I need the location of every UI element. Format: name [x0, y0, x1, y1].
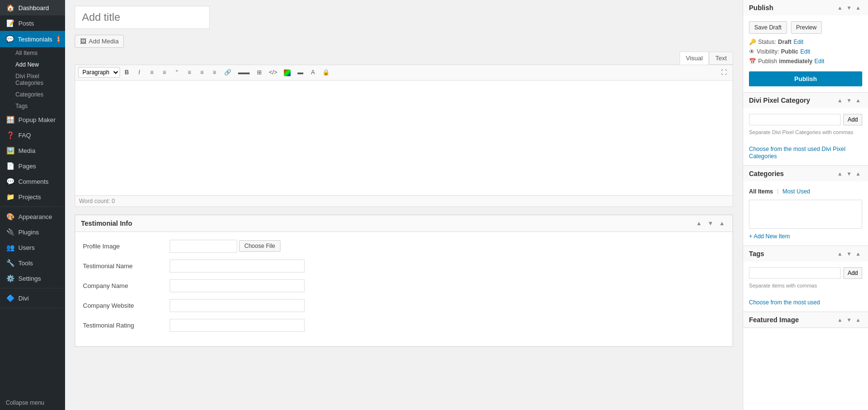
text-color-button[interactable]: A: [307, 67, 319, 78]
editor-body[interactable]: [75, 80, 733, 196]
dpc-add-button[interactable]: Add: [843, 114, 862, 125]
meta-box-close[interactable]: ▲: [717, 219, 727, 228]
sidebar-item-label: Comments: [18, 178, 49, 185]
appearance-icon: 🎨: [6, 213, 14, 220]
cat-tab-most-used[interactable]: Most Used: [782, 187, 810, 196]
sidebar-item-tools[interactable]: 🔧 Tools: [0, 255, 65, 271]
status-label: Status:: [758, 39, 776, 45]
add-new-category-link[interactable]: + Add New Item: [749, 233, 790, 240]
featured-image-header[interactable]: Featured Image ▲ ▼ ▲: [743, 312, 868, 328]
blockquote-button[interactable]: “: [171, 67, 183, 78]
collapse-menu-button[interactable]: Collapse menu: [0, 396, 65, 410]
tab-text[interactable]: Text: [709, 52, 733, 65]
featured-image-collapse-up[interactable]: ▲: [836, 316, 844, 323]
publish-button[interactable]: Publish: [749, 71, 862, 86]
choose-file-button[interactable]: Choose File: [239, 240, 280, 252]
publish-close[interactable]: ▲: [854, 4, 862, 11]
tags-header[interactable]: Tags ▲ ▼ ▲: [743, 246, 868, 261]
save-draft-button[interactable]: Save Draft: [749, 21, 787, 34]
categories-collapse-up[interactable]: ▲: [836, 170, 844, 177]
bold-button[interactable]: B: [121, 67, 133, 78]
comments-icon: 💬: [6, 178, 14, 185]
code-button[interactable]: </>: [266, 67, 280, 78]
fullscreen-button[interactable]: ⛶: [718, 67, 730, 78]
align-right-button[interactable]: ≡: [209, 67, 220, 78]
add-media-button[interactable]: 🖼 Add Media: [75, 35, 124, 48]
tags-close[interactable]: ▲: [854, 250, 862, 257]
testimonial-rating-input[interactable]: [170, 319, 305, 332]
sidebar-item-settings[interactable]: ⚙️ Settings: [0, 271, 65, 286]
tags-input-row: Add: [749, 267, 862, 279]
dpc-close[interactable]: ▲: [854, 97, 862, 104]
sidebar-sub-all-items[interactable]: All Items: [0, 47, 65, 59]
tags-choose-link[interactable]: Choose from the most used: [749, 299, 820, 306]
align-left-button[interactable]: ≡: [184, 67, 195, 78]
sidebar-item-comments[interactable]: 💬 Comments: [0, 174, 65, 189]
cat-tab-all-items[interactable]: All Items: [749, 187, 773, 196]
sidebar-item-media[interactable]: 🖼️ Media: [0, 143, 65, 158]
featured-image-close[interactable]: ▲: [854, 316, 862, 323]
unordered-list-button[interactable]: ≡: [146, 67, 158, 78]
divi-pixel-category-body: Add Separate Divi Pixel Categories with …: [743, 108, 868, 165]
dpc-choose-link[interactable]: Choose from the most used Divi Pixel Cat…: [749, 146, 845, 160]
publish-section-header[interactable]: Publish ▲ ▼ ▲: [743, 0, 868, 15]
sidebar-item-appearance[interactable]: 🎨 Appearance: [0, 209, 65, 224]
dashboard-icon: 🏠: [6, 4, 14, 12]
sidebar-sub-tags[interactable]: Tags: [0, 100, 65, 112]
categories-list[interactable]: [749, 200, 862, 229]
profile-image-text-input[interactable]: [170, 240, 237, 253]
dpc-collapse-down[interactable]: ▼: [845, 97, 853, 104]
paragraph-select[interactable]: Paragraph: [78, 67, 120, 78]
sidebar-item-users[interactable]: 👥 Users: [0, 240, 65, 255]
sidebar-item-posts[interactable]: 📝 Posts: [0, 15, 65, 31]
testimonial-info-box: Testimonial Info ▲ ▼ ▲ Profile Image: [75, 215, 733, 347]
italic-button[interactable]: I: [134, 67, 145, 78]
publish-collapse-down[interactable]: ▼: [845, 4, 853, 11]
company-name-input[interactable]: [170, 279, 305, 292]
insert-button[interactable]: ⊞: [254, 67, 265, 78]
link-button[interactable]: 🔗: [221, 67, 234, 78]
sidebar-sub-divi-pixel-categories[interactable]: Divi Pixel Categories: [0, 70, 65, 89]
hr-button[interactable]: ▬: [294, 67, 306, 78]
align-center-button[interactable]: ≡: [196, 67, 208, 78]
publish-collapse-up[interactable]: ▲: [836, 4, 844, 11]
sidebar-item-pages[interactable]: 📄 Pages: [0, 158, 65, 174]
tags-collapse-down[interactable]: ▼: [845, 250, 853, 257]
categories-title: Categories: [749, 170, 784, 178]
sidebar-item-divi[interactable]: 🔷 Divi: [0, 290, 65, 306]
plugins-icon: 🔌: [6, 228, 14, 236]
visibility-edit-link[interactable]: Edit: [800, 48, 810, 55]
preview-button[interactable]: Preview: [791, 21, 822, 34]
divi-pixel-category-title: Divi Pixel Category: [749, 96, 810, 104]
lock-button[interactable]: 🔒: [320, 67, 333, 78]
meta-box-collapse-up[interactable]: ▲: [694, 219, 704, 228]
status-edit-link[interactable]: Edit: [793, 39, 803, 45]
tags-collapse-up[interactable]: ▲: [836, 250, 844, 257]
more-button[interactable]: ▬▬: [235, 67, 253, 78]
publish-time-edit-link[interactable]: Edit: [815, 58, 825, 65]
sidebar-item-testimonials[interactable]: 💬 Testimonials 1: [0, 31, 65, 47]
featured-image-collapse-down[interactable]: ▼: [845, 316, 853, 323]
ordered-list-button[interactable]: ≡: [159, 67, 170, 78]
categories-collapse-down[interactable]: ▼: [845, 170, 853, 177]
title-input[interactable]: [75, 6, 210, 29]
sidebar-item-popup-maker[interactable]: 🪟 Popup Maker: [0, 112, 65, 127]
dpc-input[interactable]: [749, 114, 841, 125]
tab-visual[interactable]: Visual: [680, 52, 709, 65]
sidebar-item-dashboard[interactable]: 🏠 Dashboard: [0, 0, 65, 15]
categories-close[interactable]: ▲: [854, 170, 862, 177]
sidebar-sub-categories[interactable]: Categories: [0, 89, 65, 100]
tags-add-button[interactable]: Add: [843, 267, 862, 279]
company-website-input[interactable]: [170, 299, 305, 312]
sidebar-item-plugins[interactable]: 🔌 Plugins: [0, 224, 65, 240]
color-button[interactable]: [281, 67, 294, 78]
divi-pixel-category-header[interactable]: Divi Pixel Category ▲ ▼ ▲: [743, 93, 868, 108]
categories-header[interactable]: Categories ▲ ▼ ▲: [743, 166, 868, 181]
dpc-collapse-up[interactable]: ▲: [836, 97, 844, 104]
tags-input[interactable]: [749, 267, 841, 279]
sidebar-sub-add-new[interactable]: Add New: [0, 59, 65, 70]
sidebar-item-projects[interactable]: 📁 Projects: [0, 189, 65, 205]
sidebar-item-faq[interactable]: ❓ FAQ: [0, 127, 65, 143]
testimonial-name-input[interactable]: [170, 260, 305, 273]
meta-box-collapse-down[interactable]: ▼: [706, 219, 715, 228]
